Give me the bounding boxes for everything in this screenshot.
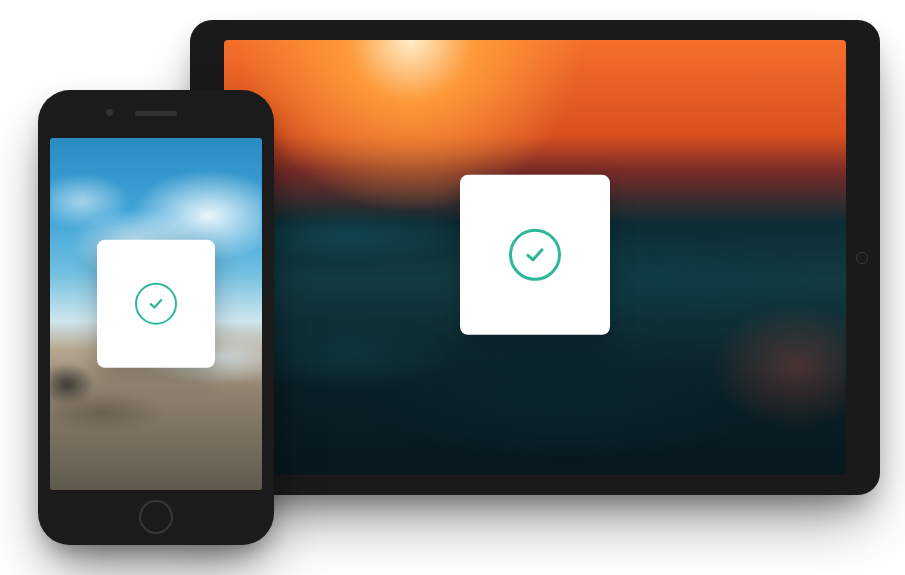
phone-screen <box>50 138 262 490</box>
checkmark-circle-icon <box>509 228 561 280</box>
phone-device <box>38 90 274 545</box>
phone-camera <box>106 109 113 116</box>
tablet-home-button[interactable] <box>856 252 868 264</box>
checkmark-circle-icon <box>135 283 177 325</box>
tablet-device <box>190 20 880 495</box>
phone-success-card <box>97 240 215 368</box>
tablet-screen <box>224 40 846 475</box>
tablet-success-card <box>460 174 610 334</box>
phone-speaker <box>135 111 177 116</box>
phone-home-button[interactable] <box>139 500 173 534</box>
device-mockup-stage <box>0 0 905 575</box>
